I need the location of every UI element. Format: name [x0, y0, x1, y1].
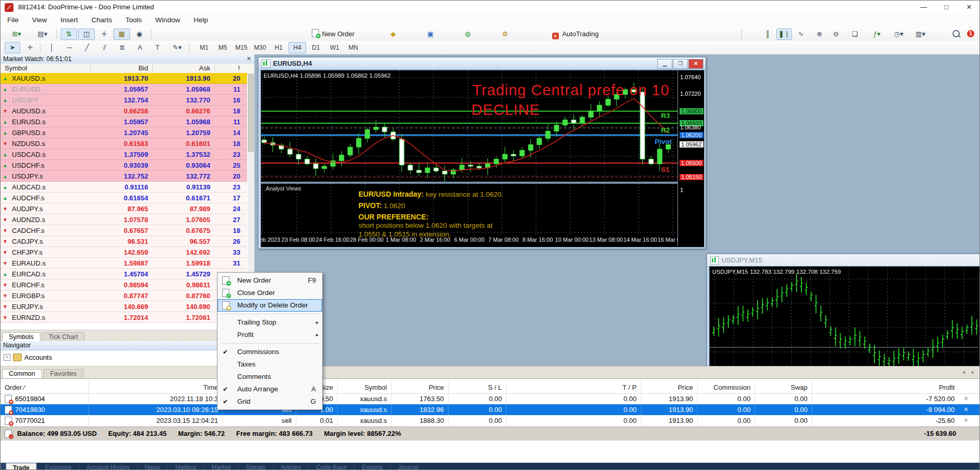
navigator-tab-common[interactable]: Common: [2, 369, 42, 378]
orders-column-header[interactable]: T / P: [510, 382, 637, 393]
order-row[interactable]: ▾704198302023.03.10 09:26:15sell1.00xauu…: [1, 404, 980, 415]
fibonacci-tool-button[interactable]: ≣: [114, 42, 130, 53]
market-watch-row[interactable]: ▼EURNZD.s1.720141.72061: [1, 312, 247, 323]
timeframe-mn-button[interactable]: MN: [344, 42, 362, 53]
market-watch-row[interactable]: ▼CADCHF.s0.676570.6767518: [1, 225, 247, 236]
navigator-item-accounts[interactable]: + Accounts: [4, 353, 159, 362]
terminal-tab-code-base[interactable]: Code Base: [309, 463, 353, 470]
market-watch-tab-symbols[interactable]: Symbols: [2, 332, 40, 342]
notification-badge[interactable]: 1: [967, 30, 974, 37]
market-watch-row[interactable]: ▲GBPUSD.s1.207451.2075914: [1, 127, 247, 138]
close-order-icon[interactable]: ✕: [962, 393, 970, 404]
menu-insert[interactable]: Insert: [54, 14, 85, 26]
data-window-toggle[interactable]: ◫: [78, 28, 95, 40]
arrows-tool-button[interactable]: ✎▾: [167, 42, 187, 53]
market-watch-row[interactable]: ▼AUDUSD.s0.662580.6627618: [1, 106, 247, 116]
context-menu-item-close-order[interactable]: ✓Close Order: [218, 287, 322, 299]
orders-column-header[interactable]: Order ∕: [5, 382, 84, 393]
terminal-tab-news[interactable]: News: [138, 463, 167, 470]
context-menu-item-profit[interactable]: Profit▸: [218, 329, 322, 341]
crosshair-tool-button[interactable]: ✛: [22, 42, 38, 53]
market-watch-row[interactable]: ▲USDCAD.s1.375091.3753223: [1, 149, 247, 160]
context-menu-item-comments[interactable]: Comments: [218, 371, 322, 383]
periods-button[interactable]: ◷▾: [888, 28, 909, 40]
close-order-icon[interactable]: ✕: [962, 415, 970, 426]
market-watch-row[interactable]: ▲EURUSD.s1.059571.0596811: [1, 116, 247, 127]
deposit-icon-button[interactable]: ◆: [384, 28, 402, 40]
channel-tool-button[interactable]: ⫽: [97, 42, 112, 53]
usdjpy-window-titlebar[interactable]: USDJPY,M15: [707, 254, 980, 267]
templates-button[interactable]: ▥▾: [910, 28, 931, 40]
market-watch-row[interactable]: ▲XAUUSD.s1913.701913.9020: [1, 73, 247, 84]
market-watch-row[interactable]: ▲EURCAD.s1.457041.45729: [1, 269, 247, 280]
market-watch-header[interactable]: Market Watch: 06:51:01 ✕: [1, 54, 254, 64]
order-row[interactable]: ▾707700212023.03.15 12:04:21sell0.01xauu…: [1, 415, 980, 426]
close-button[interactable]: ✕: [958, 1, 980, 14]
indicators-button[interactable]: ƒ▾: [867, 28, 887, 40]
eurusd-window-titlebar[interactable]: EURUSD,H4 ▁ ❐ ✕: [258, 57, 705, 70]
market-watch-row[interactable]: ▼EURGBP.s0.877470.87760: [1, 290, 247, 301]
timeframe-w1-button[interactable]: W1: [326, 42, 343, 53]
menu-charts[interactable]: Charts: [85, 14, 119, 26]
tab-scroll-right-icon[interactable]: ▸: [972, 369, 974, 375]
terminal-tab-trade[interactable]: Trade: [6, 463, 37, 470]
market-watch-row[interactable]: ▲USDJPY132.754132.77016: [1, 95, 247, 106]
market-watch-toggle[interactable]: ⇅: [61, 28, 77, 40]
eurusd-chart-area[interactable]: EURUSD,H4 1.05896 1.05989 1.05862 1.0596…: [261, 70, 704, 247]
eurusd-restore-button[interactable]: ❐: [673, 59, 688, 69]
context-menu-item-new-order[interactable]: +New OrderF9: [218, 274, 322, 287]
timeframe-m30-button[interactable]: M30: [251, 42, 269, 53]
candlestick-type-button[interactable]: ❚❘: [776, 28, 792, 40]
orders-column-header[interactable]: Profit: [816, 382, 955, 393]
eurusd-close-button[interactable]: ✕: [688, 59, 703, 69]
market-watch-row[interactable]: ▼NZDUSD.s0.615830.6160118: [1, 138, 247, 149]
menu-tools[interactable]: Tools: [119, 14, 149, 26]
text-label-tool-button[interactable]: T: [150, 42, 165, 53]
market-watch-row[interactable]: ▼EURAUD.s1.598871.5991831: [1, 258, 247, 269]
cursor-tool-button[interactable]: ➤: [5, 42, 20, 53]
orders-column-header[interactable]: Time: [93, 382, 218, 393]
terminal-tab-experts[interactable]: Experts: [355, 463, 390, 470]
column-header-ask[interactable]: Ask: [152, 64, 214, 73]
profiles-button[interactable]: ▤▾: [31, 28, 54, 40]
tree-expand-icon[interactable]: +: [4, 354, 10, 361]
terminal-tab-exposure[interactable]: Exposure: [38, 463, 78, 470]
orders-column-header[interactable]: Symbol: [341, 382, 387, 393]
market-watch-row[interactable]: ▲AUDCHF.s0.616540.6167117: [1, 193, 247, 203]
column-header-symbol[interactable]: Symbol: [1, 64, 90, 73]
market-watch-row[interactable]: ▼AUDNZD.s1.075781.0760527: [1, 214, 247, 225]
market-watch-row[interactable]: ▼AUDJPY.s87.96587.98924: [1, 203, 247, 214]
horizontal-line-tool-button[interactable]: ─: [62, 42, 77, 53]
eurusd-minimize-button[interactable]: ▁: [657, 59, 672, 69]
timeframe-h4-button[interactable]: H4: [289, 42, 306, 53]
column-header-[interactable]: !: [214, 64, 244, 73]
market-watch-row[interactable]: ▲EURUSD1.059571.0596811: [1, 84, 247, 95]
orders-column-header[interactable]: Price: [645, 382, 693, 393]
menu-window[interactable]: Window: [149, 14, 187, 26]
terminal-toggle[interactable]: ▦: [113, 28, 130, 40]
price-scale[interactable]: 1.076401.072201.068001.065001.063801.062…: [678, 70, 704, 246]
new-chart-button[interactable]: ⊞▾: [5, 28, 28, 40]
orders-column-header[interactable]: Swap: [759, 382, 808, 393]
timeframe-d1-button[interactable]: D1: [307, 42, 325, 53]
autotrading-button[interactable]: ▸AutoTrading: [531, 28, 620, 40]
terminal-tab-signals[interactable]: Signals: [239, 463, 272, 470]
navigator-tab-favorites[interactable]: Favorites: [44, 369, 83, 378]
market-watch-row[interactable]: ▲AUDCAD.s0.911160.9113923: [1, 182, 247, 193]
mql5-community-button[interactable]: ⚙: [496, 28, 514, 40]
usdjpy-chart-area[interactable]: USDJPY,M15 132.783 132.799 132.708 132.7…: [709, 266, 980, 378]
search-icon[interactable]: [953, 30, 960, 39]
navigator-header[interactable]: Navigator ✕: [1, 341, 254, 350]
market-watch-close-icon[interactable]: ✕: [247, 55, 251, 62]
menu-view[interactable]: View: [25, 14, 54, 26]
vertical-line-tool-button[interactable]: │: [44, 42, 60, 53]
terminal-tab-journal[interactable]: Journal: [391, 463, 425, 470]
tile-windows-button[interactable]: ❏: [847, 28, 862, 40]
zoom-in-button[interactable]: ⊕: [812, 28, 827, 40]
market-watch-row[interactable]: ▼CHFJPY.s142.659142.69233: [1, 247, 247, 258]
timeframe-m15-button[interactable]: M15: [233, 42, 250, 53]
context-menu-item-commissions[interactable]: ✔Commissions: [218, 346, 322, 358]
market-watch-row[interactable]: ▲USDCHF.s0.930390.9306425: [1, 160, 247, 171]
context-menu-item-modify-or-delete-order[interactable]: ✱Modify or Delete Order: [218, 299, 322, 312]
zoom-out-button[interactable]: ⊖: [828, 28, 844, 40]
